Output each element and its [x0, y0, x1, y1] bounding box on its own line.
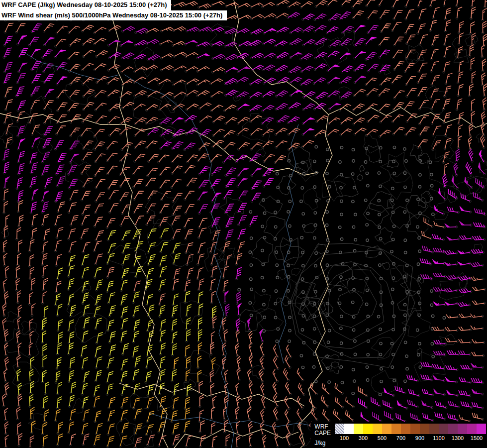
- legend-swatch: [458, 424, 467, 434]
- legend-tick-row: 100300500700900110013001500: [335, 434, 486, 442]
- legend-title-block: WRF CAPE J/kg: [314, 424, 331, 447]
- legend-variable-label: CAPE: [314, 430, 331, 437]
- legend-tick-label: 100: [340, 435, 349, 441]
- legend-swatch: [354, 424, 363, 434]
- legend-swatch: [391, 424, 401, 434]
- legend-swatch: [363, 424, 373, 434]
- legend-tick-label: 1500: [471, 435, 483, 441]
- legend-swatch: [448, 424, 458, 434]
- legend-swatch: [335, 424, 344, 434]
- legend-tick-label: 500: [378, 435, 387, 441]
- legend-tick-label: 900: [415, 435, 424, 441]
- legend-tick-label: 1300: [452, 435, 464, 441]
- legend-swatch-row: [335, 424, 486, 434]
- legend-swatch: [373, 424, 382, 434]
- legend-color-scale: 100300500700900110013001500: [335, 424, 486, 442]
- legend-swatch: [467, 424, 477, 434]
- weather-map-stage: WRF CAPE (J/kg) Wednesday 08-10-2025 15:…: [0, 0, 487, 448]
- legend-tick-label: 700: [396, 435, 405, 441]
- cape-legend: WRF CAPE J/kg 10030050070090011001300150…: [310, 422, 487, 448]
- legend-swatch: [344, 424, 354, 434]
- title-wind-shear: WRF Wind shear (m/s) 500/1000hPa Wednesd…: [0, 10, 227, 21]
- legend-swatch: [477, 424, 486, 434]
- legend-swatch: [382, 424, 391, 434]
- wind-barb-map: [0, 0, 487, 448]
- legend-swatch: [401, 424, 410, 434]
- title-cape: WRF CAPE (J/kg) Wednesday 08-10-2025 15:…: [0, 0, 171, 10]
- title-bar: WRF CAPE (J/kg) Wednesday 08-10-2025 15:…: [0, 0, 227, 20]
- legend-units-label: J/kg: [314, 440, 331, 447]
- legend-swatch: [420, 424, 429, 434]
- legend-tick-label: 300: [359, 435, 368, 441]
- legend-swatch: [439, 424, 448, 434]
- legend-swatch: [429, 424, 439, 434]
- legend-tick-label: 1100: [433, 435, 445, 441]
- legend-swatch: [410, 424, 420, 434]
